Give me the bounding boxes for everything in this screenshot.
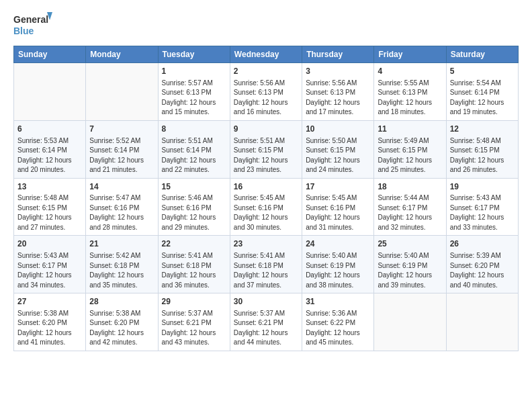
day-number: 23 <box>234 238 298 250</box>
calendar-cell <box>374 293 446 351</box>
calendar-cell: 25Sunrise: 5:40 AM Sunset: 6:19 PM Dayli… <box>374 236 446 293</box>
calendar-cell: 29Sunrise: 5:37 AM Sunset: 6:21 PM Dayli… <box>158 293 230 351</box>
day-number: 26 <box>450 238 515 250</box>
calendar-cell: 7Sunrise: 5:52 AM Sunset: 6:14 PM Daylig… <box>86 120 158 178</box>
calendar-day-header: Monday <box>86 46 158 63</box>
day-number: 8 <box>162 124 226 135</box>
calendar-cell: 17Sunrise: 5:45 AM Sunset: 6:16 PM Dayli… <box>302 178 374 236</box>
day-number: 28 <box>89 296 154 308</box>
day-number: 5 <box>450 66 515 77</box>
logo-svg: General Blue <box>13 11 55 39</box>
day-number: 29 <box>162 296 226 308</box>
svg-text:Blue: Blue <box>13 26 34 36</box>
day-number: 25 <box>378 238 442 250</box>
day-number: 2 <box>234 66 298 77</box>
calendar-cell: 20Sunrise: 5:43 AM Sunset: 6:17 PM Dayli… <box>14 236 86 293</box>
day-number: 27 <box>17 296 82 308</box>
calendar-cell: 27Sunrise: 5:38 AM Sunset: 6:20 PM Dayli… <box>14 293 86 351</box>
day-info: Sunrise: 5:41 AM Sunset: 6:18 PM Dayligh… <box>162 251 226 290</box>
day-number: 18 <box>378 181 442 193</box>
day-info: Sunrise: 5:56 AM Sunset: 6:13 PM Dayligh… <box>306 79 370 118</box>
calendar-cell: 19Sunrise: 5:43 AM Sunset: 6:17 PM Dayli… <box>446 178 518 236</box>
calendar-week-row: 1Sunrise: 5:57 AM Sunset: 6:13 PM Daylig… <box>14 63 519 121</box>
calendar-day-header: Thursday <box>302 46 374 63</box>
day-info: Sunrise: 5:46 AM Sunset: 6:16 PM Dayligh… <box>162 193 226 232</box>
day-number: 14 <box>89 181 154 193</box>
day-info: Sunrise: 5:47 AM Sunset: 6:16 PM Dayligh… <box>89 193 154 232</box>
day-info: Sunrise: 5:38 AM Sunset: 6:20 PM Dayligh… <box>89 309 154 348</box>
day-number: 31 <box>306 296 370 308</box>
calendar-cell: 16Sunrise: 5:45 AM Sunset: 6:16 PM Dayli… <box>230 178 302 236</box>
calendar-cell: 14Sunrise: 5:47 AM Sunset: 6:16 PM Dayli… <box>86 178 158 236</box>
calendar-day-header: Saturday <box>446 46 518 63</box>
day-info: Sunrise: 5:49 AM Sunset: 6:15 PM Dayligh… <box>378 136 442 175</box>
calendar-cell: 1Sunrise: 5:57 AM Sunset: 6:13 PM Daylig… <box>158 63 230 121</box>
calendar-day-header: Sunday <box>14 46 86 63</box>
calendar-cell: 9Sunrise: 5:51 AM Sunset: 6:15 PM Daylig… <box>230 120 302 178</box>
calendar-cell: 18Sunrise: 5:44 AM Sunset: 6:17 PM Dayli… <box>374 178 446 236</box>
svg-text:General: General <box>13 14 48 25</box>
day-number: 22 <box>162 238 226 250</box>
calendar-cell: 31Sunrise: 5:36 AM Sunset: 6:22 PM Dayli… <box>302 293 374 351</box>
day-info: Sunrise: 5:43 AM Sunset: 6:17 PM Dayligh… <box>17 251 82 290</box>
calendar-cell: 5Sunrise: 5:54 AM Sunset: 6:14 PM Daylig… <box>446 63 518 121</box>
day-info: Sunrise: 5:42 AM Sunset: 6:18 PM Dayligh… <box>89 251 154 290</box>
calendar-cell: 2Sunrise: 5:56 AM Sunset: 6:13 PM Daylig… <box>230 63 302 121</box>
calendar-cell: 10Sunrise: 5:50 AM Sunset: 6:15 PM Dayli… <box>302 120 374 178</box>
logo: General Blue <box>13 11 56 39</box>
day-info: Sunrise: 5:38 AM Sunset: 6:20 PM Dayligh… <box>17 309 82 348</box>
day-number: 30 <box>234 296 298 308</box>
day-number: 3 <box>306 66 370 77</box>
day-number: 13 <box>17 181 82 193</box>
day-info: Sunrise: 5:41 AM Sunset: 6:18 PM Dayligh… <box>234 251 298 290</box>
calendar-cell: 30Sunrise: 5:37 AM Sunset: 6:21 PM Dayli… <box>230 293 302 351</box>
day-number: 16 <box>234 181 298 193</box>
day-number: 4 <box>378 66 442 77</box>
day-number: 19 <box>450 181 515 193</box>
day-info: Sunrise: 5:37 AM Sunset: 6:21 PM Dayligh… <box>234 309 298 348</box>
calendar-cell: 3Sunrise: 5:56 AM Sunset: 6:13 PM Daylig… <box>302 63 374 121</box>
day-number: 9 <box>234 124 298 135</box>
day-info: Sunrise: 5:54 AM Sunset: 6:14 PM Dayligh… <box>450 79 515 118</box>
day-info: Sunrise: 5:53 AM Sunset: 6:14 PM Dayligh… <box>17 136 82 175</box>
day-info: Sunrise: 5:44 AM Sunset: 6:17 PM Dayligh… <box>378 193 442 232</box>
calendar-week-row: 27Sunrise: 5:38 AM Sunset: 6:20 PM Dayli… <box>14 293 519 351</box>
calendar-cell: 22Sunrise: 5:41 AM Sunset: 6:18 PM Dayli… <box>158 236 230 293</box>
day-info: Sunrise: 5:45 AM Sunset: 6:16 PM Dayligh… <box>306 193 370 232</box>
calendar-cell: 6Sunrise: 5:53 AM Sunset: 6:14 PM Daylig… <box>14 120 86 178</box>
day-info: Sunrise: 5:51 AM Sunset: 6:15 PM Dayligh… <box>234 136 298 175</box>
day-info: Sunrise: 5:55 AM Sunset: 6:13 PM Dayligh… <box>378 79 442 118</box>
calendar-cell: 15Sunrise: 5:46 AM Sunset: 6:16 PM Dayli… <box>158 178 230 236</box>
day-info: Sunrise: 5:57 AM Sunset: 6:13 PM Dayligh… <box>162 79 226 118</box>
day-info: Sunrise: 5:45 AM Sunset: 6:16 PM Dayligh… <box>234 193 298 232</box>
calendar-cell: 24Sunrise: 5:40 AM Sunset: 6:19 PM Dayli… <box>302 236 374 293</box>
calendar-week-row: 13Sunrise: 5:48 AM Sunset: 6:15 PM Dayli… <box>14 178 519 236</box>
day-number: 7 <box>89 124 154 135</box>
calendar-cell <box>14 63 86 121</box>
day-info: Sunrise: 5:40 AM Sunset: 6:19 PM Dayligh… <box>306 251 370 290</box>
calendar-day-header: Wednesday <box>230 46 302 63</box>
calendar-cell <box>86 63 158 121</box>
calendar-day-header: Tuesday <box>158 46 230 63</box>
calendar-cell: 21Sunrise: 5:42 AM Sunset: 6:18 PM Dayli… <box>86 236 158 293</box>
day-info: Sunrise: 5:39 AM Sunset: 6:20 PM Dayligh… <box>450 251 515 290</box>
day-number: 12 <box>450 124 515 135</box>
day-number: 11 <box>378 124 442 135</box>
day-info: Sunrise: 5:43 AM Sunset: 6:17 PM Dayligh… <box>450 193 515 232</box>
day-info: Sunrise: 5:56 AM Sunset: 6:13 PM Dayligh… <box>234 79 298 118</box>
header: General Blue <box>13 11 519 39</box>
calendar-week-row: 20Sunrise: 5:43 AM Sunset: 6:17 PM Dayli… <box>14 236 519 293</box>
day-number: 24 <box>306 238 370 250</box>
calendar-cell: 26Sunrise: 5:39 AM Sunset: 6:20 PM Dayli… <box>446 236 518 293</box>
calendar-cell: 28Sunrise: 5:38 AM Sunset: 6:20 PM Dayli… <box>86 293 158 351</box>
calendar: SundayMondayTuesdayWednesdayThursdayFrid… <box>13 46 519 351</box>
calendar-cell: 4Sunrise: 5:55 AM Sunset: 6:13 PM Daylig… <box>374 63 446 121</box>
calendar-header-row: SundayMondayTuesdayWednesdayThursdayFrid… <box>14 46 519 63</box>
page: General Blue SundayMondayTuesdayWednesda… <box>0 0 532 411</box>
day-number: 10 <box>306 124 370 135</box>
day-info: Sunrise: 5:48 AM Sunset: 6:15 PM Dayligh… <box>450 136 515 175</box>
calendar-day-header: Friday <box>374 46 446 63</box>
day-info: Sunrise: 5:36 AM Sunset: 6:22 PM Dayligh… <box>306 309 370 348</box>
calendar-cell: 11Sunrise: 5:49 AM Sunset: 6:15 PM Dayli… <box>374 120 446 178</box>
calendar-cell <box>446 293 518 351</box>
